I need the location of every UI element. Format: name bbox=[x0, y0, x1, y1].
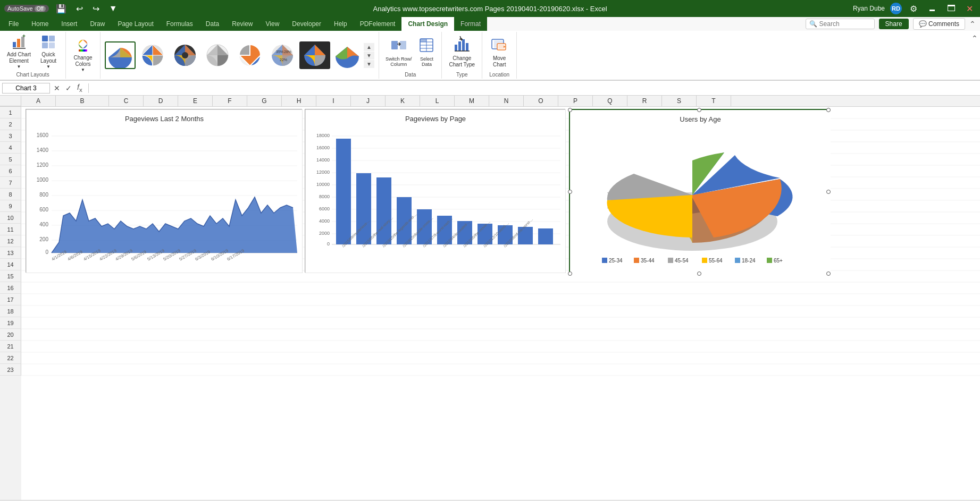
row-header-3[interactable]: 3 bbox=[0, 130, 21, 142]
search-input[interactable] bbox=[819, 20, 867, 28]
tab-format[interactable]: Format bbox=[454, 17, 487, 31]
col-header-k[interactable]: K bbox=[386, 96, 420, 106]
sel-handle-mr[interactable] bbox=[826, 190, 831, 194]
col-header-b[interactable]: B bbox=[56, 96, 109, 106]
col-header-g[interactable]: G bbox=[247, 96, 282, 106]
share-button[interactable]: Share bbox=[879, 19, 909, 29]
col-header-c[interactable]: C bbox=[109, 96, 144, 106]
chart-pageviews-last-2-months[interactable]: Pageviews Last 2 Months 1600 1400 1200 1… bbox=[26, 109, 302, 273]
comments-button[interactable]: 💬 Comments bbox=[913, 18, 965, 30]
gallery-scroll-down[interactable]: ▼ bbox=[364, 60, 374, 68]
tab-review[interactable]: Review bbox=[225, 17, 259, 31]
switch-row-column-button[interactable]: Switch Row/Column bbox=[383, 35, 414, 69]
col-header-o[interactable]: O bbox=[524, 96, 558, 106]
row-header-9[interactable]: 9 bbox=[0, 200, 21, 212]
row-header-5[interactable]: 5 bbox=[0, 154, 21, 165]
chart-style-7[interactable] bbox=[299, 41, 330, 69]
sel-handle-tl[interactable] bbox=[568, 108, 572, 112]
tab-developer[interactable]: Developer bbox=[286, 17, 328, 31]
col-header-q[interactable]: Q bbox=[593, 96, 627, 106]
chart-style-4[interactable] bbox=[202, 41, 233, 69]
row-header-20[interactable]: 20 bbox=[0, 329, 21, 341]
row-header-4[interactable]: 4 bbox=[0, 142, 21, 154]
chart-style-1[interactable] bbox=[105, 41, 136, 69]
save-button[interactable]: 💾 bbox=[53, 3, 69, 15]
formula-input[interactable] bbox=[93, 84, 978, 92]
chart-pageviews-by-page[interactable]: Pageviews by Page 18000 16000 14000 1200… bbox=[305, 109, 565, 273]
row-header-13[interactable]: 13 bbox=[0, 247, 21, 259]
sel-handle-bl[interactable] bbox=[568, 271, 572, 276]
tab-help[interactable]: Help bbox=[328, 17, 354, 31]
customize-button[interactable]: ▼ bbox=[106, 3, 120, 14]
chart-style-3[interactable] bbox=[170, 41, 200, 69]
move-chart-button[interactable]: MoveChart bbox=[487, 35, 512, 70]
tab-page-layout[interactable]: Page Layout bbox=[111, 17, 160, 31]
col-header-j[interactable]: J bbox=[351, 96, 386, 106]
sel-handle-tr[interactable] bbox=[826, 108, 831, 112]
close-button[interactable]: ✕ bbox=[964, 3, 976, 15]
change-chart-type-button[interactable]: ChangeChart Type bbox=[446, 35, 478, 70]
change-colors-button[interactable]: ChangeColors ▼ bbox=[70, 36, 96, 74]
confirm-formula-button[interactable]: ✓ bbox=[64, 84, 73, 92]
add-chart-element-button[interactable]: + Add ChartElement ▼ bbox=[4, 33, 33, 71]
col-header-s[interactable]: S bbox=[662, 96, 697, 106]
chart-style-2[interactable] bbox=[137, 41, 168, 69]
tab-file[interactable]: File bbox=[2, 17, 25, 31]
gallery-scroll-up[interactable]: ▲ bbox=[364, 43, 374, 51]
cancel-formula-button[interactable]: ✕ bbox=[52, 84, 62, 92]
chart-style-8[interactable] bbox=[332, 41, 363, 69]
row-header-18[interactable]: 18 bbox=[0, 305, 21, 317]
row-header-6[interactable]: 6 bbox=[0, 165, 21, 177]
row-header-11[interactable]: 11 bbox=[0, 224, 21, 235]
insert-function-button[interactable]: fx bbox=[76, 83, 84, 93]
row-header-21[interactable]: 21 bbox=[0, 341, 21, 352]
tab-pdfelement[interactable]: PDFelement bbox=[354, 17, 402, 31]
autosave-toggle[interactable]: AutoSave Off bbox=[4, 5, 49, 12]
col-header-a[interactable]: A bbox=[21, 96, 56, 106]
row-header-19[interactable]: 19 bbox=[0, 317, 21, 329]
sel-handle-ml[interactable] bbox=[568, 190, 572, 194]
row-header-14[interactable]: 14 bbox=[0, 259, 21, 270]
row-header-1[interactable]: 1 bbox=[0, 107, 21, 118]
col-header-r[interactable]: R bbox=[627, 96, 662, 106]
tab-view[interactable]: View bbox=[259, 17, 286, 31]
col-header-f[interactable]: F bbox=[213, 96, 247, 106]
sel-handle-bm[interactable] bbox=[697, 271, 701, 276]
tab-insert[interactable]: Insert bbox=[55, 17, 83, 31]
col-header-n[interactable]: N bbox=[489, 96, 524, 106]
col-header-l[interactable]: L bbox=[420, 96, 455, 106]
chart-users-by-age[interactable]: Users by Age bbox=[569, 109, 830, 275]
col-header-e[interactable]: E bbox=[178, 96, 213, 106]
name-box[interactable]: Chart 3 bbox=[2, 83, 50, 94]
cells-area[interactable]: Pageviews Last 2 Months 1600 1400 1200 1… bbox=[21, 107, 980, 500]
row-header-2[interactable]: 2 bbox=[0, 118, 21, 130]
row-header-16[interactable]: 16 bbox=[0, 282, 21, 294]
row-header-8[interactable]: 8 bbox=[0, 189, 21, 200]
tab-home[interactable]: Home bbox=[25, 17, 55, 31]
row-header-17[interactable]: 17 bbox=[0, 294, 21, 305]
col-header-p[interactable]: P bbox=[558, 96, 593, 106]
col-header-d[interactable]: D bbox=[144, 96, 178, 106]
row-header-7[interactable]: 7 bbox=[0, 177, 21, 189]
sel-handle-br[interactable] bbox=[826, 271, 831, 276]
ribbon-collapse-button[interactable]: ⌃ bbox=[969, 20, 976, 28]
settings-icon[interactable]: ⚙ bbox=[907, 3, 920, 15]
ribbon-expand-button[interactable]: ⌃ bbox=[971, 34, 978, 43]
row-header-12[interactable]: 12 bbox=[0, 235, 21, 247]
restore-button[interactable]: 🗕 bbox=[925, 3, 939, 14]
tab-draw[interactable]: Draw bbox=[83, 17, 111, 31]
tab-formulas[interactable]: Formulas bbox=[160, 17, 199, 31]
col-header-m[interactable]: M bbox=[455, 96, 489, 106]
maximize-button[interactable]: 🗖 bbox=[944, 3, 958, 14]
redo-button[interactable]: ↪ bbox=[90, 3, 102, 15]
sel-handle-tm[interactable] bbox=[697, 108, 701, 112]
tab-chart-design[interactable]: Chart Design bbox=[401, 17, 454, 31]
row-header-23[interactable]: 23 bbox=[0, 364, 21, 376]
quick-layout-button[interactable]: QuickLayout ▼ bbox=[36, 33, 61, 71]
row-header-10[interactable]: 10 bbox=[0, 212, 21, 224]
col-header-h[interactable]: H bbox=[282, 96, 316, 106]
undo-button[interactable]: ↩ bbox=[73, 3, 86, 15]
chart-style-5[interactable] bbox=[234, 41, 265, 69]
row-header-22[interactable]: 22 bbox=[0, 352, 21, 364]
row-header-15[interactable]: 15 bbox=[0, 270, 21, 282]
